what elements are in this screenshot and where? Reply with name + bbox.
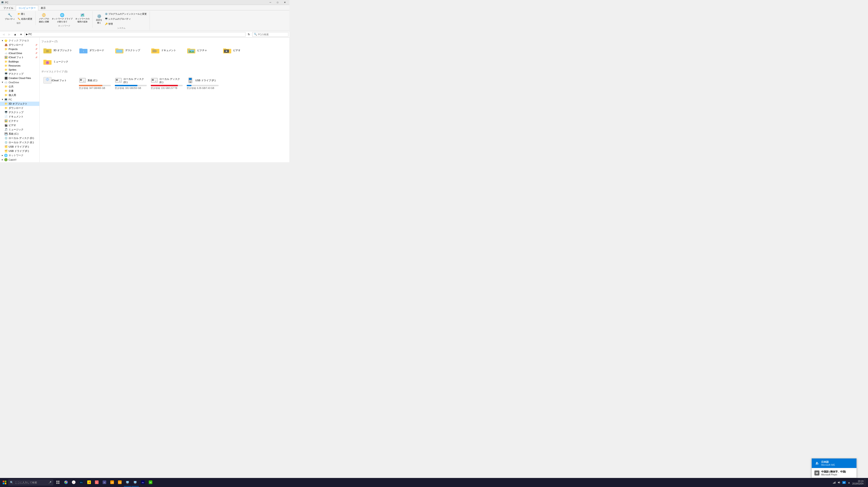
properties-button[interactable]: 🔧 プロパティ [4, 12, 16, 21]
sidebar-item-projects[interactable]: 📁 Projects 📌 [0, 47, 39, 51]
folder-pictures-name: ピクチャ [197, 49, 207, 52]
maximize-button[interactable]: □ [274, 0, 281, 5]
properties-icon: 🔧 [7, 13, 12, 18]
folder-pictures-icon-main [187, 47, 196, 54]
back-button[interactable]: ◀ [1, 32, 6, 37]
folder-item-desktop[interactable]: デスクトップ [113, 45, 148, 55]
folder-public-icon: 📁 [4, 85, 8, 88]
open-button[interactable]: 📂 開く [17, 12, 33, 16]
sidebar-network-header[interactable]: ▸ 🌐 ネットワーク [0, 153, 39, 157]
sidebar-item-desktop-pc[interactable]: 🖥️ デスクトップ [0, 110, 39, 115]
pin-icloud-photos-icon: 📌 [35, 56, 37, 59]
drive-usb-header: USB ドライブ (F:) [187, 77, 219, 84]
sidebar-item-downloads[interactable]: 📥 ダウンロード 📌 [0, 43, 39, 47]
sidebar-item-documents-pc[interactable]: 📄 ドキュメント [0, 115, 39, 119]
properties-label: プロパティ [5, 18, 15, 21]
folder-3d-name: 3D オブジェクト [53, 49, 72, 52]
address-path[interactable]: ▶ PC [24, 32, 246, 37]
drive-c-name: 系統 (C:) [88, 79, 97, 82]
sidebar-item-drive-e[interactable]: 💿 ローカル ディスク (E:) [0, 140, 39, 145]
address-bar: ◀ ▶ ▲ ▾ ▶ PC ↻ 🔍 [0, 31, 289, 37]
drive-usb-name: USB ドライブ (F:) [195, 79, 216, 82]
forward-button[interactable]: ▶ [7, 32, 12, 37]
media-icon: 📀 [41, 12, 46, 18]
sidebar-item-3d-objects[interactable]: 📁 3D オブジェクト [0, 102, 39, 106]
sidebar-item-music-pc[interactable]: 🎵 ミュージック [0, 127, 39, 132]
folder-vid-icon: 🎬 [4, 124, 8, 127]
drive-item-icloud[interactable]: iCloud フォト [41, 75, 76, 91]
network-location-icon: 🗺️ [80, 12, 85, 18]
catchii-icon: 🟢 [4, 158, 8, 161]
media-button[interactable]: 📀 メディアの接続と切断 [38, 12, 50, 24]
network-location-button[interactable]: 🗺️ ネットワークの場所の追加 [74, 12, 91, 24]
refresh-button[interactable]: ↻ [246, 32, 251, 37]
folder-item-music[interactable]: ♪ ミュージック [41, 56, 76, 67]
window-icon: 💻 [1, 1, 4, 4]
sidebar-item-creative-cloud[interactable]: ⬛ Creative Cloud Files [0, 76, 39, 80]
window-title: PC [5, 1, 8, 4]
rename-button[interactable]: ✏️ 名前の変更 [17, 17, 33, 21]
sidebar-item-downloads-pc[interactable]: 📁 ダウンロード [0, 106, 39, 110]
sidebar-item-drive-c[interactable]: 💾 系統 (C:) [0, 132, 39, 136]
title-bar: 💻 PC ─ □ ✕ [0, 0, 289, 5]
sidebar-item-buildings-label: Buildings [8, 60, 19, 63]
settings-button[interactable]: ⚙️ 設定を開く [95, 13, 103, 25]
folder-item-downloads[interactable]: ↓ ダウンロード [77, 45, 112, 55]
folder-item-3d[interactable]: 3D 3D オブジェクト [41, 45, 76, 55]
svg-rect-34 [80, 79, 82, 81]
sidebar-item-pictures-pc[interactable]: 🖼️ ピクチャ [0, 119, 39, 123]
svg-point-39 [119, 81, 120, 82]
sidebar-item-drive-e-label: ローカル ディスク (E:) [8, 141, 34, 144]
drive-usb-info: 空き領域: 6.35 GB/7.43 GB [187, 87, 219, 90]
tab-view[interactable]: 表示 [38, 5, 48, 10]
sidebar-item-public-label: 公共 [8, 85, 13, 88]
system-props-button[interactable]: 🖥️ システムのプロパティ [104, 17, 148, 21]
up-button[interactable]: ▲ [13, 32, 18, 37]
sidebar-catchii-header[interactable]: ▸ 🟢 Catch!! [0, 157, 39, 162]
sidebar-quick-access-header[interactable]: ▾ ⭐ クイック アクセス [0, 38, 39, 43]
tab-file[interactable]: ファイル [1, 5, 16, 10]
sidebar-item-sprites[interactable]: 📁 Sprites [0, 68, 39, 72]
manage-button[interactable]: 🔑 管理 [104, 22, 148, 26]
icloud-photos-icon: 🖼️ [4, 56, 8, 59]
sidebar-onedrive-header[interactable]: ▾ ☁️ OneDrive [0, 80, 39, 84]
folder-music-name: ミュージック [53, 60, 68, 63]
uninstall-button[interactable]: ⚙️ プログラムのアンインストールと変更 [104, 12, 148, 16]
recent-button[interactable]: ▾ [19, 32, 24, 37]
ribbon-group-location: 🔧 プロパティ 📂 開く ✏️ 名前の変更 場所 [2, 11, 35, 25]
sidebar-item-icloud-drive[interactable]: ☁️ iCloud Drive 📌 [0, 51, 39, 55]
ribbon-group-system-label: システム [117, 27, 125, 30]
drive-item-c[interactable]: 系統 (C:) 空き領域: 347 GB/465 GB [77, 75, 112, 91]
sidebar-item-documents-od[interactable]: 📁 文書 [0, 89, 39, 93]
folder-item-pictures[interactable]: ピクチャ [185, 45, 220, 55]
folders-grid: 3D 3D オブジェクト ↓ ダウンロード [41, 45, 287, 67]
folder-item-videos[interactable]: ビデオ [221, 45, 256, 55]
search-input[interactable] [258, 33, 287, 36]
sidebar-pc-header[interactable]: ▾ 💻 PC [0, 97, 39, 102]
sidebar-item-desktop[interactable]: 🖥️ デスクトップ [0, 72, 39, 76]
drive-c-bar-bg [79, 85, 111, 86]
network-drive-button[interactable]: 🌐 ネットワーク ドライブの割り当て [51, 12, 74, 24]
drive-item-e[interactable]: ローカル ディスク (E:) 空き領域: 131 GB/1.57 TB [149, 75, 184, 91]
folder-sprites-icon: 📁 [4, 68, 8, 71]
close-button[interactable]: ✕ [281, 0, 288, 5]
svg-rect-25 [43, 60, 46, 61]
sidebar-item-drive-d[interactable]: 💿 ローカル ディスク (D:) [0, 136, 39, 140]
folder-3d-icon: 3D [43, 47, 52, 54]
drive-d-icon-main [115, 77, 122, 84]
search-box[interactable]: 🔍 [252, 32, 288, 37]
sidebar-item-resources[interactable]: 📁 Resources [0, 64, 39, 68]
sidebar-item-icloud-photos[interactable]: 🖼️ iCloud フォト 📌 [0, 55, 39, 59]
sidebar-item-usb-f[interactable]: 🗂️ USB ドライブ (F:) [0, 145, 39, 149]
sidebar-item-personal[interactable]: 📁 個人用 [0, 93, 39, 97]
drive-item-usb[interactable]: USB ドライブ (F:) 空き領域: 6.35 GB/7.43 GB [185, 75, 220, 91]
sidebar-item-usb-g[interactable]: 🗂️ USB ドライブ (F:) [0, 149, 39, 153]
drive-item-d[interactable]: ローカル ディスク (D:) 空き領域: 181 GB/253 GB [113, 75, 148, 91]
sidebar-item-buildings[interactable]: 📁 Buildings [0, 59, 39, 64]
folder-item-documents[interactable]: ドキュメント [149, 45, 184, 55]
minimize-button[interactable]: ─ [267, 0, 274, 5]
sidebar-item-videos-pc[interactable]: 🎬 ビデオ [0, 123, 39, 127]
sidebar-item-public[interactable]: 📁 公共 [0, 84, 39, 89]
tab-computer[interactable]: コンピューター [16, 5, 38, 10]
drive-icloud-name: iCloud フォト [52, 79, 67, 82]
